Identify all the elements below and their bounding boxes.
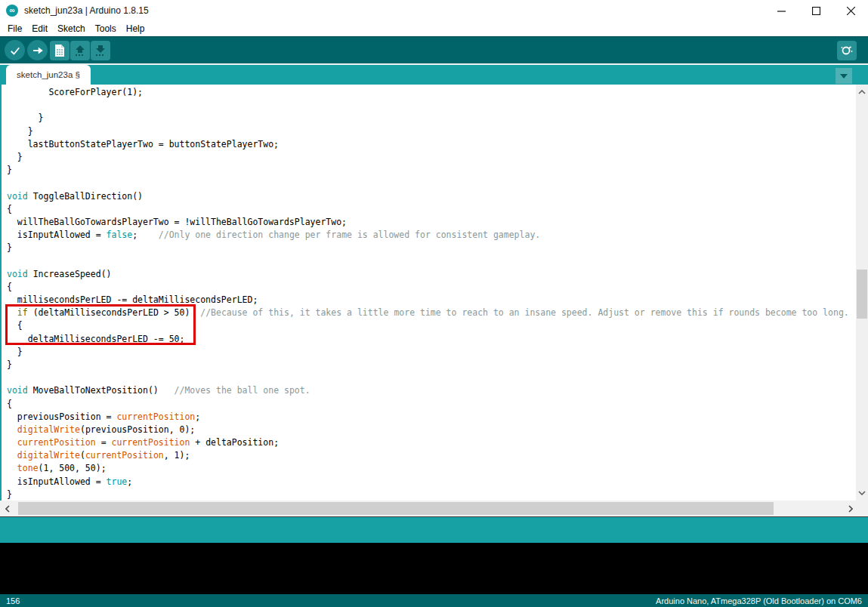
minimize-icon — [777, 7, 786, 15]
check-icon — [8, 44, 22, 57]
upload-button[interactable] — [27, 40, 48, 60]
menu-item-file[interactable]: File — [6, 23, 23, 35]
code-line: isInputAllowed = true; — [7, 476, 855, 488]
code-line: previousPosition = currentPosition; — [7, 411, 855, 424]
maximize-button[interactable] — [798, 0, 833, 21]
open-button[interactable] — [70, 41, 90, 60]
scroll-left-arrow[interactable] — [1, 501, 14, 516]
new-sketch-button[interactable] — [50, 41, 70, 60]
arrow-right-icon — [31, 44, 45, 57]
document-icon — [54, 44, 66, 57]
horizontal-scroll-thumb[interactable] — [18, 502, 774, 515]
code-line — [7, 254, 855, 267]
chevron-down-icon — [840, 74, 848, 79]
red-highlight-annotation — [5, 304, 196, 345]
arduino-logo-icon: ∞ — [6, 5, 18, 17]
code-line: digitalWrite(previousPosition, 0); — [7, 424, 855, 436]
vertical-scroll-thumb[interactable] — [857, 270, 867, 319]
code-line: ScoreForPlayer(1); — [7, 86, 855, 99]
code-line: } — [7, 242, 855, 254]
code-line: } — [7, 112, 855, 125]
arduino-ide-window: ∞ sketch_jun23a | Arduino 1.8.15 FileEdi… — [0, 0, 868, 607]
chevron-down-icon — [858, 491, 866, 495]
chevron-up-icon — [858, 90, 866, 94]
code-line: } — [7, 488, 855, 501]
code-line: { — [7, 281, 855, 294]
code-line — [7, 177, 855, 189]
code-area[interactable]: ScoreForPlayer(1); } } lastButtonStatePl… — [7, 86, 855, 501]
code-line: currentPosition = currentPosition + delt… — [7, 436, 855, 449]
tabbar: sketch_jun23a § — [0, 63, 868, 85]
code-line: void ToggleBallDirection() — [7, 190, 855, 203]
scroll-down-arrow[interactable] — [856, 487, 868, 499]
menu-item-help[interactable]: Help — [125, 23, 147, 35]
code-line: void IncreaseSpeed() — [7, 268, 855, 281]
horizontal-scrollbar[interactable] — [0, 501, 868, 516]
minimize-button[interactable] — [764, 0, 798, 21]
maximize-icon — [812, 7, 820, 15]
window-controls — [764, 0, 868, 21]
console-output — [0, 543, 868, 594]
toolbar — [0, 36, 868, 63]
tab-menu-button[interactable] — [836, 68, 852, 84]
code-line — [7, 99, 855, 112]
menu-item-tools[interactable]: Tools — [94, 23, 118, 35]
code-line: digitalWrite(currentPosition, 1); — [7, 449, 855, 462]
code-line: void MoveBallToNextPosition() //Moves th… — [7, 384, 855, 397]
code-line: { — [7, 203, 855, 216]
menu-item-edit[interactable]: Edit — [30, 23, 49, 35]
magnifier-icon — [840, 44, 854, 57]
scroll-right-arrow[interactable] — [844, 501, 857, 516]
arrow-down-tray-icon — [94, 44, 107, 57]
chevron-left-icon — [5, 505, 10, 513]
code-line — [7, 371, 855, 384]
code-editor[interactable]: ScoreForPlayer(1); } } lastButtonStatePl… — [0, 85, 868, 501]
code-line: lastButtonStatePlayerTwo = buttonStatePl… — [7, 138, 855, 151]
code-line: isInputAllowed = false; //Only one direc… — [7, 229, 855, 242]
menu-item-sketch[interactable]: Sketch — [56, 23, 87, 35]
verify-button[interactable] — [5, 40, 25, 60]
board-port-indicator: Arduino Nano, ATmega328P (Old Bootloader… — [656, 596, 862, 605]
code-line: } — [7, 359, 855, 371]
chevron-right-icon — [848, 505, 853, 513]
arrow-up-tray-icon — [73, 44, 87, 57]
tab-sketch-jun23a[interactable]: sketch_jun23a § — [6, 65, 91, 85]
vertical-scrollbar[interactable] — [856, 85, 868, 501]
close-icon — [847, 7, 855, 15]
code-line: } — [7, 164, 855, 177]
close-button[interactable] — [833, 0, 868, 21]
save-button[interactable] — [91, 41, 110, 60]
code-line: tone(1, 500, 50); — [7, 462, 855, 475]
code-line: { — [7, 398, 855, 411]
scroll-up-arrow[interactable] — [856, 86, 868, 98]
line-number-indicator: 156 — [6, 596, 20, 605]
code-line: willTheBallGoTowardsPlayerTwo = !willThe… — [7, 216, 855, 229]
statusbar: 156 Arduino Nano, ATmega328P (Old Bootlo… — [0, 594, 868, 607]
code-line: } — [7, 346, 855, 359]
code-line: } — [7, 125, 855, 138]
serial-monitor-button[interactable] — [837, 41, 857, 60]
menubar: FileEditSketchToolsHelp — [0, 21, 868, 36]
code-line: } — [7, 151, 855, 164]
message-strip — [0, 516, 868, 543]
titlebar: ∞ sketch_jun23a | Arduino 1.8.15 — [0, 0, 868, 21]
window-title: sketch_jun23a | Arduino 1.8.15 — [24, 5, 149, 16]
